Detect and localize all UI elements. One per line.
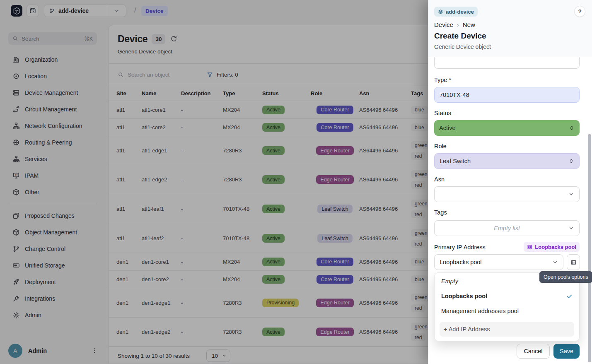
chevron-down-icon: [552, 259, 558, 265]
cancel-button[interactable]: Cancel: [517, 344, 550, 359]
role-value: Leaf Switch: [440, 158, 471, 164]
status-select[interactable]: Active: [434, 120, 580, 136]
pool-badge: Loopbacks pool: [524, 242, 580, 252]
create-device-panel: add-device ? Device › New Create Device …: [428, 0, 592, 364]
help-button[interactable]: ?: [574, 6, 585, 17]
panel-scrollbar-thumb[interactable]: [588, 134, 591, 362]
branch-badge: add-device: [434, 7, 478, 17]
chevron-down-icon: [568, 225, 574, 231]
panel-breadcrumb: Device › New: [434, 21, 475, 28]
tooltip: Open pools options: [539, 271, 592, 283]
panel-subtitle: Generic Device object: [434, 43, 491, 50]
pool-option-label: Loopbacks pool: [441, 293, 487, 299]
primary-ip-value: Loopbacks pool: [440, 259, 482, 265]
panel-actions: Cancel Save: [517, 344, 580, 359]
status-value: Active: [439, 125, 456, 131]
grid-icon: [527, 244, 532, 250]
role-label: Role: [434, 143, 447, 149]
save-button[interactable]: Save: [553, 344, 580, 359]
breadcrumb-current: New: [463, 21, 475, 28]
pool-badge-label: Loopbacks pool: [535, 244, 576, 250]
asn-label: Asn: [434, 176, 445, 183]
panel-header: add-device ? Device › New Create Device …: [428, 0, 592, 57]
status-label: Status: [434, 110, 451, 116]
type-input[interactable]: 7010TX-48: [434, 87, 580, 103]
check-icon: [566, 293, 573, 299]
type-label: Type *: [434, 77, 451, 83]
layers-icon: [438, 9, 443, 14]
breadcrumb-parent[interactable]: Device: [434, 21, 453, 28]
app-root: add-device / Device Search ⌘K Organizati…: [0, 0, 592, 364]
pool-option-label: Management addresses pool: [441, 308, 519, 314]
clipped-field-above[interactable]: [434, 57, 580, 69]
panel-title: Create Device: [434, 31, 486, 41]
open-pools-options-button[interactable]: [567, 254, 580, 270]
tags-select[interactable]: Empty list: [434, 220, 580, 236]
breadcrumb-chevron: ›: [457, 21, 459, 28]
tags-label: Tags: [434, 209, 447, 216]
chevrons-up-down-icon: [568, 158, 574, 164]
asn-select[interactable]: [434, 186, 580, 202]
pool-option-management-addresses-pool[interactable]: Management addresses pool: [435, 304, 579, 318]
role-select[interactable]: Leaf Switch: [434, 153, 580, 169]
pool-option-loopbacks-pool[interactable]: Loopbacks pool: [435, 289, 579, 304]
primary-ip-select[interactable]: Loopbacks pool: [434, 254, 563, 270]
branch-badge-label: add-device: [446, 9, 474, 15]
type-value: 7010TX-48: [440, 92, 469, 98]
create-device-form: Type * 7010TX-48 Status Active Role Leaf…: [428, 57, 592, 364]
tags-placeholder: Empty list: [494, 225, 520, 231]
chevron-down-icon: [568, 191, 574, 197]
chevrons-up-down-icon: [569, 125, 575, 131]
list-details-icon: [570, 259, 577, 266]
pool-option-label: Empty: [441, 278, 458, 284]
add-ip-address-button[interactable]: + Add IP Address: [440, 322, 574, 337]
modal-backdrop: [0, 0, 428, 364]
primary-ip-label: Primary IP Address: [434, 244, 486, 251]
